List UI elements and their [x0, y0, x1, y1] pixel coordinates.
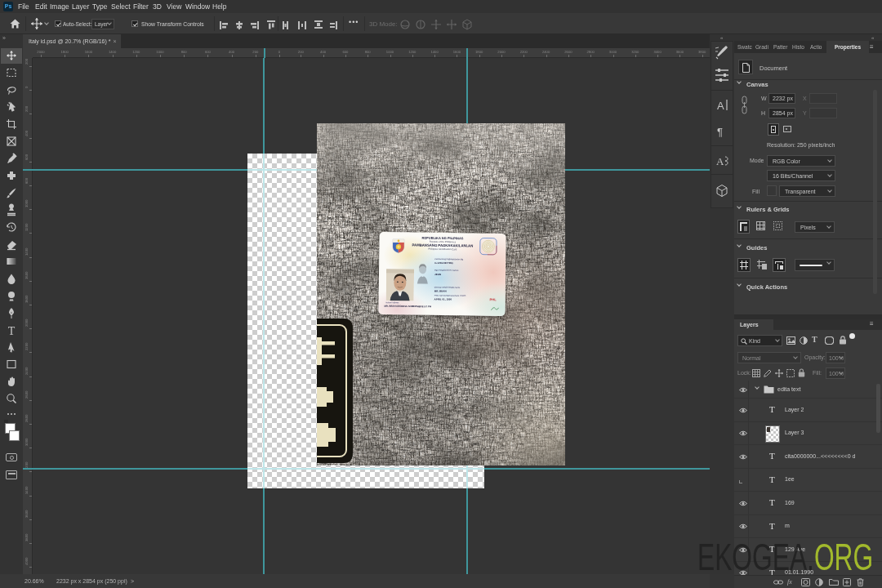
svg-text:A: A [716, 155, 724, 167]
svg-text:¶: ¶ [717, 126, 723, 138]
svg-text:A: A [717, 100, 724, 112]
svg-text:T: T [8, 325, 16, 337]
